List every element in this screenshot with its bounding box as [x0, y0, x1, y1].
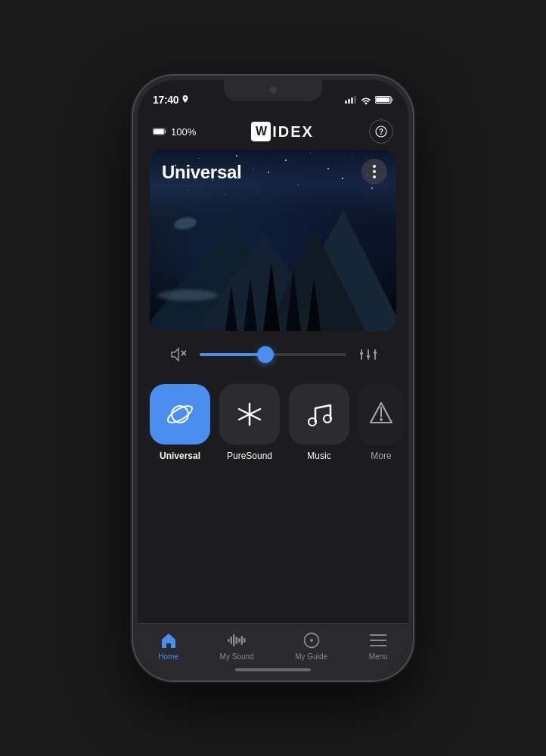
notch-camera: [269, 86, 277, 94]
mountains-decoration: [150, 204, 396, 331]
waveform-icon: [228, 631, 246, 649]
home-icon: [160, 631, 178, 649]
status-left: 17:40: [153, 94, 189, 106]
dinner-icon: [368, 400, 395, 429]
volume-control: [150, 331, 396, 378]
mode-universal-label: Universal: [160, 451, 200, 461]
svg-point-13: [373, 170, 376, 173]
volume-slider-fill: [200, 353, 265, 356]
wifi-icon: [361, 96, 371, 104]
volume-slider-thumb[interactable]: [257, 346, 274, 363]
mode-more-label: More: [371, 451, 391, 461]
svg-rect-20: [367, 355, 370, 358]
status-right: [345, 95, 393, 104]
svg-rect-37: [238, 638, 240, 643]
sound-modes-list: Universal PureSound: [138, 378, 408, 470]
mute-button[interactable]: [165, 342, 191, 367]
menu-icon: [369, 631, 387, 649]
svg-rect-9: [154, 129, 164, 135]
svg-rect-6: [376, 98, 389, 103]
svg-rect-35: [233, 634, 235, 646]
svg-rect-22: [374, 352, 377, 354]
equalizer-button[interactable]: [355, 342, 381, 367]
svg-point-41: [310, 639, 313, 642]
svg-point-14: [373, 175, 376, 178]
svg-rect-1: [348, 99, 350, 104]
compass-icon: [302, 631, 321, 649]
svg-text:?: ?: [379, 128, 383, 136]
nav-my-guide[interactable]: My Guide: [295, 631, 327, 661]
svg-rect-2: [351, 98, 353, 104]
mode-universal-icon-wrap: [150, 384, 210, 445]
mode-music[interactable]: Music: [289, 384, 349, 461]
hero-background: Universal: [150, 150, 396, 331]
logo-text: IDEX: [272, 123, 314, 141]
location-icon: [181, 95, 189, 104]
svg-rect-0: [345, 101, 347, 104]
asterisk-icon: [234, 399, 265, 429]
svg-rect-39: [244, 638, 246, 643]
battery-icon: [375, 95, 393, 104]
nav-menu-label: Menu: [369, 652, 388, 661]
more-icon: [373, 165, 376, 178]
mode-more[interactable]: More: [358, 384, 404, 461]
nav-home[interactable]: Home: [158, 631, 178, 661]
help-icon: ?: [375, 125, 387, 138]
svg-rect-33: [228, 639, 230, 642]
svg-point-32: [380, 418, 383, 421]
notch: [224, 80, 322, 101]
help-button[interactable]: ?: [369, 119, 393, 144]
logo-w-icon: W: [251, 122, 271, 141]
app-content: 100% W IDEX ?: [138, 113, 408, 676]
svg-rect-5: [392, 98, 393, 101]
mode-music-icon-wrap: [289, 384, 349, 445]
phone-frame: 17:40: [133, 76, 413, 680]
status-time: 17:40: [153, 94, 178, 106]
mode-universal[interactable]: Universal: [150, 384, 210, 461]
home-bar: [235, 668, 311, 671]
svg-rect-3: [354, 96, 356, 104]
nav-my-sound-label: My Sound: [220, 652, 254, 661]
equalizer-icon: [360, 347, 377, 362]
battery-small-icon: [153, 127, 166, 136]
header-logo: W IDEX: [251, 122, 314, 141]
nav-menu[interactable]: Menu: [369, 631, 388, 661]
mode-puresound-icon-wrap: [219, 384, 280, 445]
hero-title: Universal: [162, 162, 241, 183]
svg-rect-8: [165, 130, 166, 133]
hero-menu-button[interactable]: [361, 159, 387, 184]
app-header: 100% W IDEX ?: [138, 113, 408, 150]
nav-my-guide-label: My Guide: [295, 652, 327, 661]
header-left: 100%: [153, 126, 196, 138]
planet-icon: [164, 398, 196, 430]
svg-rect-38: [241, 636, 244, 645]
phone-screen: 17:40: [138, 80, 408, 676]
volume-slider-track[interactable]: [200, 353, 346, 356]
mode-puresound[interactable]: PureSound: [219, 384, 280, 461]
svg-rect-36: [236, 637, 238, 644]
mode-music-label: Music: [307, 451, 330, 461]
mode-more-icon-wrap: [358, 384, 404, 445]
hero-area: Universal: [150, 150, 396, 331]
battery-percent-label: 100%: [171, 126, 196, 138]
svg-rect-34: [231, 637, 233, 644]
svg-rect-18: [360, 352, 363, 355]
mute-icon: [169, 347, 186, 362]
nav-my-sound[interactable]: My Sound: [220, 631, 254, 661]
signal-icon: [345, 96, 357, 104]
mode-puresound-label: PureSound: [227, 451, 272, 461]
music-note-icon: [305, 399, 333, 429]
nav-home-label: Home: [158, 652, 178, 661]
svg-point-12: [373, 165, 376, 168]
